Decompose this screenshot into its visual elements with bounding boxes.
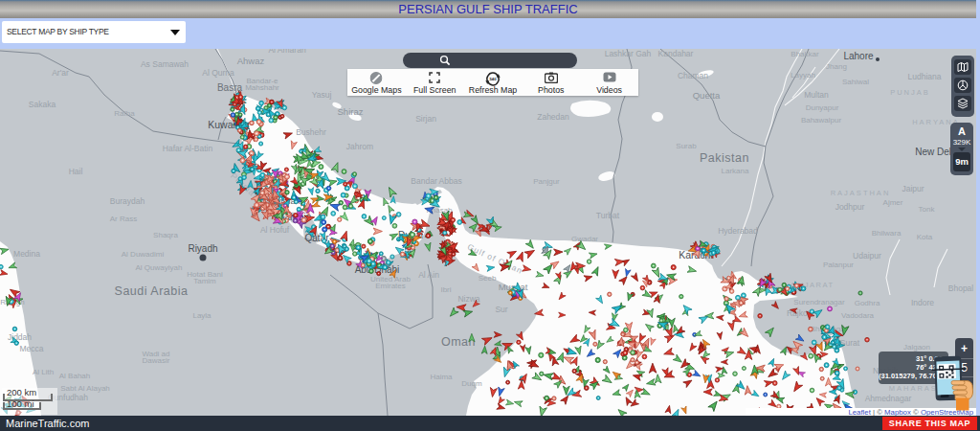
svg-text:Al Lith: Al Lith (33, 368, 54, 376)
svg-text:Zahedan: Zahedan (537, 112, 569, 122)
svg-text:Al Duwadimi: Al Duwadimi (122, 250, 165, 259)
svg-text:Gwadar: Gwadar (571, 235, 598, 243)
svg-text:Ludhiana: Ludhiana (908, 72, 942, 81)
svg-text:Hafar Al-Batin: Hafar Al-Batin (163, 144, 213, 153)
svg-text:Al Ain: Al Ain (418, 270, 439, 280)
svg-text:Jodhpur: Jodhpur (835, 202, 865, 212)
svg-text:Bahawalpur: Bahawalpur (801, 116, 842, 125)
svg-text:Jalgaon: Jalgaon (903, 343, 930, 352)
svg-text:Jaipur: Jaipur (902, 184, 924, 193)
svg-text:Bhopal: Bhopal (948, 284, 974, 293)
svg-text:Duqm: Duqm (461, 379, 482, 388)
svg-text:Haima: Haima (430, 373, 453, 381)
svg-text:Mecca: Mecca (19, 344, 43, 353)
svg-text:Kandahar: Kandahar (658, 49, 694, 58)
svg-text:Chaman: Chaman (678, 71, 708, 80)
svg-text:Al Hofuf: Al Hofuf (260, 225, 290, 235)
svg-text:Jiddah: Jiddah (8, 332, 32, 342)
svg-text:Buraydah: Buraydah (110, 196, 145, 206)
svg-text:Jhang: Jhang (826, 62, 847, 71)
svg-text:Sirjan: Sirjan (415, 114, 436, 124)
svg-text:Udaipur: Udaipur (853, 251, 881, 261)
svg-text:Bushehr: Bushehr (296, 127, 326, 137)
svg-text:Lashkar Gah: Lashkar Gah (605, 49, 652, 58)
svg-text:Larkana: Larkana (722, 167, 749, 175)
svg-text:Ajmer: Ajmer (883, 198, 903, 207)
svg-text:Rafha: Rafha (114, 109, 135, 118)
svg-text:Tonk: Tonk (919, 205, 936, 214)
svg-text:Bhilwara: Bhilwara (872, 229, 902, 238)
svg-text:Quetta: Quetta (693, 90, 721, 101)
svg-text:Kota: Kota (917, 233, 933, 241)
svg-text:Al Amarah: Al Amarah (268, 49, 305, 55)
svg-text:Layyah: Layyah (791, 71, 815, 79)
svg-text:Sabt Al Alayah: Sabt Al Alayah (60, 384, 110, 393)
svg-text:Al Bahah: Al Bahah (59, 372, 90, 380)
svg-text:Medina: Medina (13, 249, 40, 259)
svg-text:Dunyapur: Dunyapur (806, 103, 839, 112)
svg-text:RAJASTHAN: RAJASTHAN (831, 189, 891, 197)
svg-text:Ar Rass: Ar Rass (110, 215, 137, 223)
svg-text:Bhakkar: Bhakkar (791, 50, 819, 58)
svg-text:Saudi Arabia: Saudi Arabia (115, 284, 189, 298)
svg-text:Shaqra: Shaqra (153, 231, 178, 239)
svg-text:Bandar Abbas: Bandar Abbas (411, 176, 461, 186)
svg-text:Layla: Layla (192, 311, 212, 320)
svg-text:Godhra: Godhra (855, 299, 880, 307)
svg-text:Surab: Surab (676, 142, 697, 150)
svg-text:Surat: Surat (840, 338, 860, 348)
svg-text:Multan: Multan (804, 90, 829, 100)
svg-text:Panjgur: Panjgur (533, 177, 560, 186)
svg-text:Mahshahr: Mahshahr (245, 83, 279, 92)
svg-text:Tamim: Tamim (193, 277, 216, 285)
svg-text:Sur: Sur (495, 305, 507, 314)
svg-text:Dawasir: Dawasir (143, 356, 170, 365)
svg-text:Jahrom: Jahrom (346, 142, 373, 151)
svg-text:Yasuj: Yasuj (312, 90, 332, 100)
svg-text:Palanpur: Palanpur (823, 261, 854, 269)
svg-text:Al Qurna: Al Qurna (202, 68, 234, 78)
svg-text:Emirates: Emirates (375, 282, 406, 290)
svg-text:Ahwaz: Ahwaz (237, 56, 265, 66)
svg-text:Pakistan: Pakistan (700, 151, 749, 165)
svg-text:Turbat: Turbat (596, 211, 620, 220)
svg-text:Hail: Hail (69, 167, 83, 176)
svg-text:Nizwa: Nizwa (457, 294, 479, 304)
svg-text:Indore: Indore (911, 298, 934, 307)
svg-text:Seeb: Seeb (479, 274, 497, 283)
svg-text:PUNJAB: PUNJAB (890, 88, 930, 97)
svg-text:Vadodara: Vadodara (841, 311, 875, 320)
svg-text:Sakaka: Sakaka (29, 100, 56, 109)
svg-text:Surendranagar: Surendranagar (793, 298, 845, 306)
svg-text:540: 540 (489, 77, 497, 81)
svg-text:Ibri: Ibri (440, 285, 451, 294)
svg-text:Hyderabad: Hyderabad (718, 226, 758, 236)
svg-text:Shiraz: Shiraz (338, 106, 364, 117)
svg-text:Riyadh: Riyadh (188, 243, 217, 254)
svg-text:Ar'ar: Ar'ar (52, 68, 69, 78)
svg-text:Al Quwayiyah: Al Quwayiyah (136, 263, 183, 272)
svg-text:Lahore: Lahore (843, 51, 874, 61)
svg-text:Ahmednagar: Ahmednagar (865, 394, 912, 403)
svg-text:Sahiwal: Sahiwal (842, 78, 869, 86)
svg-text:As Samawah: As Samawah (141, 59, 189, 69)
